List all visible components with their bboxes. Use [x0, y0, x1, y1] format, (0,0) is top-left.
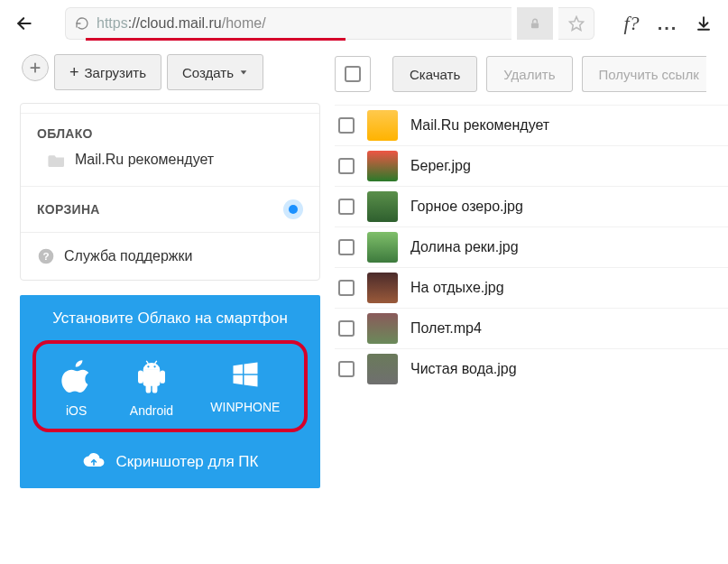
- svg-text:?: ?: [42, 250, 49, 262]
- select-all-checkbox[interactable]: [335, 56, 371, 92]
- left-column: + Загрузить Создать ОБЛАКО Mail.Ru реком…: [0, 54, 329, 564]
- download-icon: [696, 15, 712, 32]
- file-checkbox[interactable]: [338, 158, 355, 174]
- platform-label: WINPHONE: [210, 400, 280, 414]
- sidebar-card: ОБЛАКО Mail.Ru рекомендует КОРЗИНА ? Слу…: [20, 103, 320, 281]
- file-name: На отдыхе.jpg: [410, 280, 504, 296]
- download-button[interactable]: Скачать: [392, 56, 477, 92]
- action-row: + Загрузить Создать: [20, 54, 320, 90]
- platform-label: iOS: [66, 403, 87, 418]
- lock-button[interactable]: [517, 7, 553, 40]
- file-name: Берег.jpg: [410, 158, 471, 174]
- create-button[interactable]: Создать: [167, 54, 263, 90]
- android-icon: [135, 358, 168, 394]
- folder-icon: [48, 153, 66, 167]
- file-thumbnail: [367, 313, 398, 344]
- promo-title: Установите Облако на смартфон: [32, 310, 308, 328]
- file-thumbnail: [367, 232, 398, 263]
- cloud-icon: [82, 452, 106, 472]
- file-thumbnail: [367, 273, 398, 303]
- file-checkbox[interactable]: [338, 239, 355, 255]
- file-name: Долина реки.jpg: [410, 239, 519, 255]
- help-icon: ?: [37, 247, 55, 265]
- file-checkbox[interactable]: [338, 361, 355, 377]
- file-name: Mail.Ru рекомендует: [410, 117, 549, 134]
- svg-point-11: [153, 365, 155, 367]
- folder-icon: [367, 110, 398, 141]
- file-checkbox[interactable]: [338, 117, 355, 134]
- file-toolbar: Скачать Удалить Получить ссылк: [335, 54, 728, 105]
- screenshoter-link[interactable]: Скриншотер для ПК: [32, 452, 308, 472]
- file-row[interactable]: На отдыхе.jpg: [335, 267, 728, 308]
- file-checkbox[interactable]: [338, 199, 355, 215]
- platform-winphone[interactable]: WINPHONE: [210, 358, 280, 418]
- back-button[interactable]: [9, 8, 40, 39]
- support-label: Служба поддержки: [64, 248, 192, 264]
- bookmark-button[interactable]: [558, 7, 594, 40]
- sidebar-item-label: Mail.Ru рекомендует: [75, 152, 214, 168]
- get-link-button[interactable]: Получить ссылк: [582, 56, 706, 92]
- new-round-button[interactable]: [22, 54, 49, 81]
- support-link[interactable]: ? Служба поддержки: [21, 232, 319, 280]
- file-checkbox[interactable]: [338, 320, 355, 337]
- more-menu[interactable]: ...: [652, 8, 683, 39]
- delete-button[interactable]: Удалить: [486, 56, 572, 92]
- arrow-left-icon: [15, 14, 33, 32]
- radio-indicator: [283, 199, 303, 219]
- file-thumbnail: [367, 151, 398, 181]
- file-row[interactable]: Полет.mp4: [335, 308, 728, 348]
- file-row[interactable]: Mail.Ru рекомендует: [335, 105, 728, 145]
- file-name: Полет.mp4: [410, 320, 482, 337]
- reload-icon: [75, 16, 89, 31]
- file-thumbnail: [367, 191, 398, 222]
- platform-android[interactable]: Android: [130, 358, 173, 418]
- file-row[interactable]: Горное озеро.jpg: [335, 186, 728, 227]
- sidebar-item-recommendation[interactable]: Mail.Ru рекомендует: [37, 141, 303, 173]
- lock-icon: [529, 17, 541, 30]
- platform-label: Android: [130, 403, 173, 418]
- promo-card: Установите Облако на смартфон iOS Androi…: [20, 295, 320, 488]
- windows-icon: [229, 358, 262, 391]
- svg-marker-7: [241, 70, 247, 74]
- content: + Загрузить Создать ОБЛАКО Mail.Ru реком…: [0, 47, 728, 564]
- upload-button[interactable]: + Загрузить: [54, 54, 161, 90]
- platform-ios[interactable]: iOS: [60, 358, 93, 418]
- browser-bar: https://cloud.mail.ru/home/ f? ...: [0, 0, 728, 47]
- screenshoter-label: Скриншотер для ПК: [116, 453, 259, 471]
- apple-icon: [60, 358, 93, 394]
- file-name: Чистая вода.jpg: [410, 361, 517, 377]
- file-thumbnail: [367, 354, 398, 384]
- star-icon: [568, 15, 585, 32]
- downloads-button[interactable]: [688, 8, 719, 39]
- cloud-header: ОБЛАКО: [37, 126, 303, 141]
- file-row[interactable]: Долина реки.jpg: [335, 227, 728, 267]
- font-tool[interactable]: f?: [616, 8, 647, 39]
- file-list: Mail.Ru рекомендуетБерег.jpgГорное озеро…: [335, 105, 728, 389]
- url-highlight: [86, 38, 346, 41]
- plus-icon: [29, 61, 41, 74]
- platform-box: iOS Android WINPHONE: [32, 340, 308, 432]
- file-row[interactable]: Берег.jpg: [335, 145, 728, 186]
- right-column: Скачать Удалить Получить ссылк Mail.Ru р…: [329, 54, 728, 564]
- chevron-down-icon: [239, 68, 248, 77]
- create-label: Создать: [182, 65, 234, 80]
- address-bar[interactable]: https://cloud.mail.ru/home/: [65, 7, 511, 40]
- svg-point-10: [147, 365, 149, 367]
- file-name: Горное озеро.jpg: [410, 199, 523, 215]
- svg-marker-2: [569, 17, 583, 31]
- svg-rect-1: [531, 23, 539, 28]
- upload-label: Загрузить: [85, 65, 147, 80]
- file-checkbox[interactable]: [338, 280, 355, 296]
- url-text: https://cloud.mail.ru/home/: [97, 15, 266, 32]
- trash-header[interactable]: КОРЗИНА: [37, 199, 303, 219]
- file-row[interactable]: Чистая вода.jpg: [335, 348, 728, 389]
